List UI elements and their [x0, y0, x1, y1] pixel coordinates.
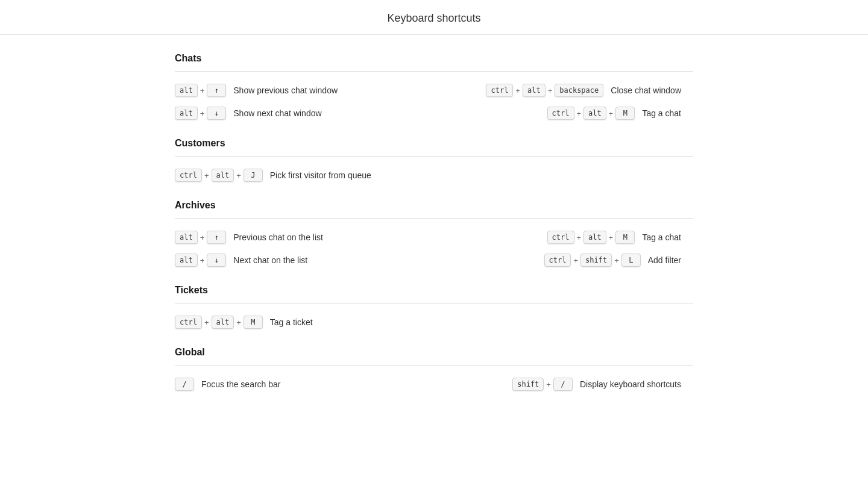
key-badge: / [175, 378, 194, 391]
section-title-archives: Archives [175, 200, 693, 211]
section-title-global: Global [175, 347, 693, 358]
shortcut-row: ctrl+alt+MTag a ticket [175, 316, 693, 329]
key-badge: alt [212, 316, 234, 329]
plus-separator: + [200, 86, 205, 95]
divider [175, 71, 693, 72]
shortcut-cell-right: shift+/Display keyboard shortcuts [434, 378, 693, 391]
shortcut-row: alt+↓Show next chat window [175, 107, 434, 120]
key-badge: alt [583, 107, 606, 120]
shortcut-description: Next chat on the list [233, 255, 307, 265]
section-customers: Customersctrl+alt+JPick first visitor fr… [175, 138, 693, 182]
shortcut-cell-left: alt+↑Previous chat on the list [175, 231, 434, 244]
shortcuts-list: ctrl+alt+MTag a ticket [175, 316, 693, 329]
shortcut-row: ctrl+alt+MTag a chat [547, 107, 681, 120]
shortcut-description: Close chat window [611, 86, 681, 95]
plus-separator: + [515, 86, 520, 95]
page-title: Keyboard shortcuts [0, 12, 868, 25]
shortcut-row: alt+↑Show previous chat window [175, 84, 434, 97]
shortcut-cell-right: ctrl+alt+MTag a chat [434, 107, 693, 120]
plus-separator: + [614, 256, 619, 265]
plus-separator: + [577, 233, 582, 242]
key-badge: ctrl [547, 231, 574, 244]
shortcut-description: Add filter [648, 255, 681, 265]
shortcut-row: ctrl+alt+MTag a chat [547, 231, 681, 244]
shortcuts-grid: /Focus the search barshift+/Display keyb… [175, 378, 693, 391]
divider [175, 218, 693, 219]
key-badge: ↓ [207, 107, 226, 120]
plus-separator: + [609, 233, 614, 242]
shortcut-description: Pick first visitor from queue [270, 170, 371, 180]
shortcut-row: ctrl+alt+backspaceClose chat window [486, 84, 681, 97]
plus-separator: + [609, 109, 614, 118]
key-badge: / [553, 378, 573, 391]
shortcut-description: Show next chat window [233, 108, 321, 118]
shortcut-row: /Focus the search bar [175, 378, 434, 391]
shortcut-description: Tag a chat [642, 108, 681, 118]
shortcut-cell-left: alt+↓Next chat on the list [175, 254, 434, 267]
shortcut-cell-right: ctrl+alt+MTag a chat [434, 231, 693, 244]
key-badge: ↑ [207, 231, 226, 244]
key-badge: ctrl [175, 316, 202, 329]
shortcut-cell-left: alt+↓Show next chat window [175, 107, 434, 120]
key-badge: M [615, 107, 635, 120]
key-badge: ↓ [207, 254, 226, 267]
key-badge: backspace [555, 84, 603, 97]
key-badge: J [244, 169, 263, 182]
plus-separator: + [546, 380, 551, 389]
key-badge: ctrl [544, 254, 571, 267]
key-badge: shift [512, 378, 544, 391]
key-badge: M [244, 316, 263, 329]
shortcuts-grid: alt+↑Previous chat on the listctrl+alt+M… [175, 231, 693, 267]
key-badge: M [615, 231, 635, 244]
divider [175, 365, 693, 366]
key-badge: alt [523, 84, 546, 97]
section-archives: Archivesalt+↑Previous chat on the listct… [175, 200, 693, 267]
key-badge: alt [175, 84, 198, 97]
section-chats: Chatsalt+↑Show previous chat windowctrl+… [175, 53, 693, 120]
shortcut-description: Show previous chat window [233, 86, 338, 95]
divider [175, 156, 693, 157]
shortcut-cell-right: ctrl+shift+LAdd filter [434, 254, 693, 267]
shortcut-row: shift+/Display keyboard shortcuts [512, 378, 681, 391]
section-global: Global/Focus the search barshift+/Displa… [175, 347, 693, 391]
page-header: Keyboard shortcuts [0, 0, 868, 35]
key-badge: alt [583, 231, 606, 244]
shortcut-row: ctrl+alt+JPick first visitor from queue [175, 169, 693, 182]
divider [175, 303, 693, 304]
key-badge: ↑ [207, 84, 226, 97]
plus-separator: + [236, 171, 241, 180]
shortcut-cell-left: alt+↑Show previous chat window [175, 84, 434, 97]
key-badge: ctrl [175, 169, 202, 182]
shortcut-description: Focus the search bar [201, 379, 281, 389]
shortcut-row: alt+↑Previous chat on the list [175, 231, 434, 244]
shortcut-cell-left: /Focus the search bar [175, 378, 434, 391]
plus-separator: + [577, 109, 582, 118]
section-tickets: Ticketsctrl+alt+MTag a ticket [175, 285, 693, 329]
key-badge: ctrl [486, 84, 513, 97]
shortcut-row: ctrl+shift+LAdd filter [544, 254, 681, 267]
key-badge: alt [175, 107, 198, 120]
section-title-customers: Customers [175, 138, 693, 149]
section-title-tickets: Tickets [175, 285, 693, 296]
shortcuts-list: ctrl+alt+JPick first visitor from queue [175, 169, 693, 182]
shortcut-cell-right: ctrl+alt+backspaceClose chat window [434, 84, 693, 97]
plus-separator: + [200, 256, 205, 265]
shortcuts-grid: alt+↑Show previous chat windowctrl+alt+b… [175, 84, 693, 120]
plus-separator: + [200, 233, 205, 242]
shortcut-description: Display keyboard shortcuts [580, 379, 681, 389]
shortcut-description: Previous chat on the list [233, 232, 323, 242]
section-title-chats: Chats [175, 53, 693, 64]
content: Chatsalt+↑Show previous chat windowctrl+… [163, 35, 705, 427]
shortcut-description: Tag a chat [642, 232, 681, 242]
shortcut-description: Tag a ticket [270, 317, 313, 327]
key-badge: alt [212, 169, 234, 182]
plus-separator: + [548, 86, 553, 95]
key-badge: alt [175, 231, 198, 244]
plus-separator: + [204, 171, 209, 180]
key-badge: shift [580, 254, 612, 267]
plus-separator: + [200, 109, 205, 118]
plus-separator: + [236, 318, 241, 327]
shortcut-row: alt+↓Next chat on the list [175, 254, 434, 267]
key-badge: L [621, 254, 641, 267]
plus-separator: + [573, 256, 578, 265]
